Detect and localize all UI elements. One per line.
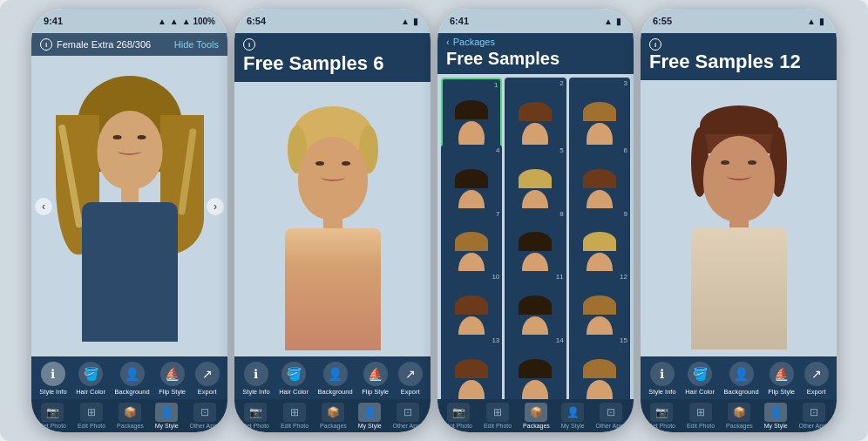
bottom-otherapps-1[interactable]: ⊡ Other Apps	[190, 403, 220, 429]
getphoto-label: Get Photo	[38, 423, 66, 429]
tf-hair-6	[583, 169, 616, 188]
mystyle-label-2: My Style	[358, 423, 382, 429]
getphoto-label-4: Get Photo	[648, 423, 675, 429]
toolbar-btn-haircolor-4[interactable]: 🪣 Hair Color	[685, 362, 715, 396]
person-photo-1	[31, 56, 227, 356]
back-label[interactable]: Packages	[453, 37, 495, 47]
nav-arrow-left[interactable]: ‹	[35, 198, 52, 215]
toolbar-btn-export-2[interactable]: ↗ Export	[398, 362, 423, 396]
toolbar-btn-export-4[interactable]: ↗ Export	[804, 362, 829, 396]
toolbar-btn-flipstyle-2[interactable]: ⛵ Flip Style	[362, 362, 389, 396]
toolbar-btn-background-2[interactable]: 👤 Background	[318, 362, 353, 396]
getphoto-label-3: Got Photo	[444, 423, 472, 429]
screen-title-4: Free Samples 12	[649, 51, 828, 73]
bottom-editphoto-3[interactable]: ⊞ Edit Photo	[484, 403, 512, 429]
toolbar-btn-background[interactable]: 👤 Background	[115, 362, 150, 396]
bottom-mystyle-3[interactable]: 👤 My Style	[561, 403, 585, 429]
toolbar-btn-styleinfo-4[interactable]: ℹ Style Info	[648, 362, 675, 396]
bottom-packages-2[interactable]: 📦 Packages	[320, 403, 347, 429]
bottom-packages-4[interactable]: 📦 Packages	[726, 403, 753, 429]
packages-label-4: Packages	[726, 423, 753, 429]
thumb-num-14: 14	[556, 336, 564, 344]
status-bar-1: 9:41 ▲ ▲ ▲ 100%	[31, 9, 227, 33]
bottom-getphoto-4[interactable]: 📷 Get Photo	[648, 403, 675, 429]
bottom-editphoto-1[interactable]: ⊞ Edit Photo	[78, 403, 105, 429]
thumb-num-4: 4	[496, 146, 499, 154]
status-icons-3: ▲ ▮	[604, 17, 621, 26]
thumb-num-15: 15	[620, 336, 627, 344]
wifi-icon-2: ▲	[401, 17, 410, 26]
screen-3: ‹ Packages Free Samples 1234567891011121…	[437, 33, 634, 432]
signal-icon: ▲	[158, 17, 166, 26]
info-icon-4[interactable]: i	[649, 38, 661, 51]
background-icon-4: 👤	[729, 362, 754, 386]
thumb-face-15	[578, 359, 621, 399]
toolbar-btn-haircolor-2[interactable]: 🪣 Hair Color	[279, 362, 309, 396]
otherapps-label-4: Other Apps	[799, 423, 830, 429]
toolbar-btn-export[interactable]: ↗ Export	[195, 362, 220, 396]
eyes-s1	[97, 135, 162, 139]
hide-tools-btn[interactable]: Hide Tools	[174, 39, 219, 50]
thumb-num-9: 9	[624, 210, 627, 218]
info-icon-1[interactable]: i	[40, 38, 52, 51]
toolbar-btn-haircolor[interactable]: 🪣 Hair Color	[76, 362, 105, 396]
bottom-getphoto-1[interactable]: 📷 Get Photo	[38, 403, 66, 429]
bottom-packages-1[interactable]: 📦 Packages	[117, 403, 144, 429]
bottom-otherapps-4[interactable]: ⊡ Other Apps	[799, 403, 830, 429]
mystyle-label-3: My Style	[561, 423, 585, 429]
eyes-s2	[298, 161, 368, 166]
style-thumb-14[interactable]: 14	[505, 335, 566, 399]
export-icon-4: ↗	[804, 362, 829, 386]
thumb-face-13	[450, 359, 493, 399]
battery-icon-2: ▮	[413, 17, 418, 26]
bottom-mystyle-1[interactable]: 👤 My Style	[155, 403, 179, 429]
toolbar-btn-styleinfo[interactable]: ℹ Style Info	[39, 362, 66, 396]
thumb-num-11: 11	[556, 273, 564, 281]
nav-title-1: Female Extra 268/306	[57, 39, 151, 50]
haircolor-icon-2: 🪣	[281, 362, 306, 386]
tf-hair-15	[583, 359, 616, 378]
face-s1	[97, 111, 162, 189]
bottom-otherapps-2[interactable]: ⊡ Other Apps	[393, 403, 424, 429]
eyes-s4	[703, 160, 775, 165]
toolbar-btn-background-4[interactable]: 👤 Background	[724, 362, 759, 396]
nav-arrow-right[interactable]: ›	[207, 198, 224, 215]
bottom-editphoto-2[interactable]: ⊞ Edit Photo	[281, 403, 309, 429]
phone-2: 6:54 ▲ ▮ i Free Samples 6	[234, 9, 431, 432]
bottom-mystyle-2[interactable]: 👤 My Style	[358, 403, 382, 429]
tf-hair-1	[455, 100, 488, 119]
packages-icon: 📦	[119, 403, 141, 422]
packages-grid: 123456789101112131415	[437, 74, 634, 399]
style-thumb-15[interactable]: 15	[569, 335, 630, 399]
styleinfo-icon: ℹ	[41, 362, 65, 386]
bottom-getphoto-2[interactable]: 📷 Get Photo	[241, 403, 269, 429]
status-icons-1: ▲ ▲ ▲ 100%	[158, 17, 215, 26]
wifi-icon-3: ▲	[604, 17, 613, 26]
battery-icon-3: ▮	[616, 17, 621, 26]
background-icon-2: 👤	[323, 362, 348, 386]
packages-label-2: Packages	[320, 423, 347, 429]
getphoto-label-2: Get Photo	[241, 423, 269, 429]
style-thumb-13[interactable]: 13	[441, 335, 502, 399]
info-icon-2[interactable]: i	[243, 38, 255, 51]
haircolor-label: Hair Color	[76, 388, 105, 396]
bottom-otherapps-3[interactable]: ⊡ Other Apps	[596, 403, 627, 429]
bottom-packages-3[interactable]: 📦 Packages	[523, 403, 550, 429]
tf-hair-12	[583, 295, 616, 315]
toolbar-btn-styleinfo-2[interactable]: ℹ Style Info	[242, 362, 269, 396]
toolbar-btn-flipstyle-4[interactable]: ⛵ Flip Style	[768, 362, 795, 396]
bottom-mystyle-4[interactable]: 👤 My Style	[764, 403, 788, 429]
tf-hair-11	[519, 295, 552, 315]
editphoto-icon-3: ⊞	[486, 403, 509, 422]
toolbar-1: ℹ Style Info 🪣 Hair Color 👤 Background ⛵…	[31, 356, 227, 399]
header-4: i Free Samples 12	[641, 33, 837, 80]
bottom-editphoto-4[interactable]: ⊞ Edit Photo	[687, 403, 715, 429]
bottom-getphoto-3[interactable]: 📷 Got Photo	[444, 403, 472, 429]
flipstyle-icon-4: ⛵	[770, 362, 794, 386]
time-3: 6:41	[450, 16, 469, 26]
neck-s2	[323, 207, 342, 228]
packages-label-3: Packages	[523, 423, 550, 429]
packages-icon-4: 📦	[728, 403, 750, 422]
toolbar-4: ℹ Style Info 🪣 Hair Color 👤 Background ⛵…	[641, 356, 837, 399]
toolbar-btn-flipstyle[interactable]: ⛵ Flip Style	[159, 362, 186, 396]
